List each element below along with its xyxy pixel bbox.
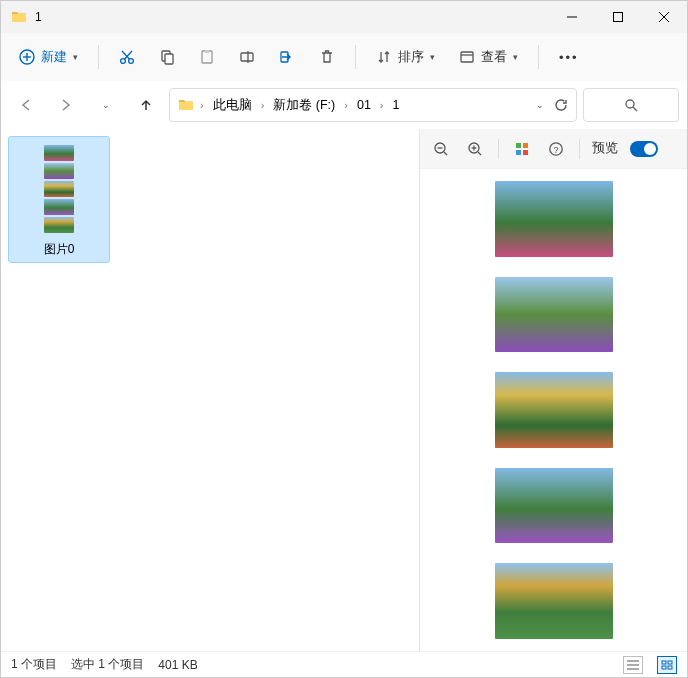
search-box[interactable] [583, 88, 679, 122]
file-list[interactable]: 图片0 [1, 129, 419, 651]
status-size: 401 KB [158, 658, 197, 672]
preview-pane: ? 预览 [419, 129, 687, 651]
details-view-button[interactable] [623, 656, 643, 674]
new-button[interactable]: 新建 ▾ [9, 39, 88, 75]
separator [498, 139, 499, 159]
preview-image [495, 563, 613, 639]
chevron-down-icon: ▾ [513, 52, 518, 62]
maximize-button[interactable] [595, 1, 641, 33]
arrow-up-icon [139, 98, 153, 112]
toolbar: 新建 ▾ 排序 ▾ 查看 ▾ ••• [1, 33, 687, 81]
scissors-icon [119, 49, 135, 65]
svg-line-21 [633, 107, 637, 111]
sort-button[interactable]: 排序 ▾ [366, 39, 445, 75]
separator [538, 45, 539, 69]
zoom-out-icon [433, 141, 449, 157]
zoom-out-button[interactable] [430, 138, 452, 160]
separator [98, 45, 99, 69]
search-icon [624, 98, 638, 112]
preview-image [495, 181, 613, 257]
title-bar: 1 [1, 1, 687, 33]
svg-rect-29 [516, 143, 521, 148]
chevron-right-icon: › [200, 99, 204, 111]
preview-image [495, 468, 613, 544]
paste-button[interactable] [189, 39, 225, 75]
zoom-in-button[interactable] [464, 138, 486, 160]
sort-label: 排序 [398, 48, 424, 66]
status-bar: 1 个项目 选中 1 个项目 401 KB [1, 651, 687, 677]
chevron-down-icon[interactable]: ⌄ [536, 100, 544, 110]
cut-button[interactable] [109, 39, 145, 75]
breadcrumb-item[interactable]: 1 [390, 96, 403, 114]
preview-image [495, 277, 613, 353]
delete-button[interactable] [309, 39, 345, 75]
zoom-in-icon [467, 141, 483, 157]
svg-rect-40 [662, 666, 666, 669]
new-label: 新建 [41, 48, 67, 66]
grid-icon [514, 141, 530, 157]
rename-button[interactable] [229, 39, 265, 75]
arrow-left-icon [19, 98, 33, 112]
file-thumbnail [19, 141, 99, 237]
window-title: 1 [35, 10, 549, 24]
share-button[interactable] [269, 39, 305, 75]
more-button[interactable]: ••• [549, 39, 589, 75]
svg-rect-14 [205, 50, 210, 53]
preview-toolbar: ? 预览 [420, 129, 687, 169]
thumbnails-view-button[interactable] [657, 656, 677, 674]
preview-toggle[interactable] [630, 141, 658, 157]
folder-icon [11, 9, 27, 25]
svg-point-20 [626, 100, 634, 108]
apps-button[interactable] [511, 138, 533, 160]
chevron-down-icon: ▾ [73, 52, 78, 62]
svg-line-24 [444, 152, 447, 155]
chevron-right-icon: › [261, 99, 265, 111]
up-button[interactable] [129, 88, 163, 122]
file-item[interactable]: 图片0 [9, 137, 109, 262]
svg-rect-38 [662, 661, 666, 664]
list-icon [627, 660, 639, 670]
rename-icon [239, 49, 255, 65]
chevron-down-icon: ▾ [430, 52, 435, 62]
ellipsis-icon: ••• [559, 50, 579, 65]
svg-rect-1 [614, 13, 623, 22]
svg-rect-12 [165, 54, 173, 64]
svg-rect-15 [241, 53, 253, 61]
chevron-right-icon: › [380, 99, 384, 111]
svg-rect-18 [461, 52, 473, 62]
status-item-count: 1 个项目 [11, 656, 57, 673]
sort-icon [376, 49, 392, 65]
breadcrumb-item[interactable]: 此电脑 [210, 95, 255, 116]
address-row: ⌄ › 此电脑 › 新加卷 (F:) › 01 › 1 ⌄ [1, 81, 687, 129]
file-name: 图片0 [44, 241, 75, 258]
close-button[interactable] [641, 1, 687, 33]
svg-rect-41 [668, 666, 672, 669]
help-button[interactable]: ? [545, 138, 567, 160]
copy-icon [159, 49, 175, 65]
breadcrumb-item[interactable]: 新加卷 (F:) [270, 95, 338, 116]
view-label: 查看 [481, 48, 507, 66]
preview-toggle-label: 预览 [592, 140, 618, 157]
refresh-icon[interactable] [554, 98, 568, 112]
content-area: 图片0 ? 预览 [1, 129, 687, 651]
grid-view-icon [661, 660, 673, 670]
svg-text:?: ? [553, 144, 558, 154]
view-button[interactable]: 查看 ▾ [449, 39, 528, 75]
preview-body[interactable] [420, 169, 687, 651]
chevron-down-icon: ⌄ [102, 100, 110, 110]
svg-rect-30 [523, 143, 528, 148]
breadcrumb-item[interactable]: 01 [354, 96, 374, 114]
trash-icon [319, 49, 335, 65]
chevron-right-icon: › [344, 99, 348, 111]
recent-button[interactable]: ⌄ [89, 88, 123, 122]
back-button[interactable] [9, 88, 43, 122]
clipboard-icon [199, 49, 215, 65]
arrow-right-icon [59, 98, 73, 112]
svg-rect-39 [668, 661, 672, 664]
address-bar[interactable]: › 此电脑 › 新加卷 (F:) › 01 › 1 ⌄ [169, 88, 577, 122]
svg-line-28 [478, 152, 481, 155]
forward-button[interactable] [49, 88, 83, 122]
copy-button[interactable] [149, 39, 185, 75]
share-icon [279, 49, 295, 65]
minimize-button[interactable] [549, 1, 595, 33]
